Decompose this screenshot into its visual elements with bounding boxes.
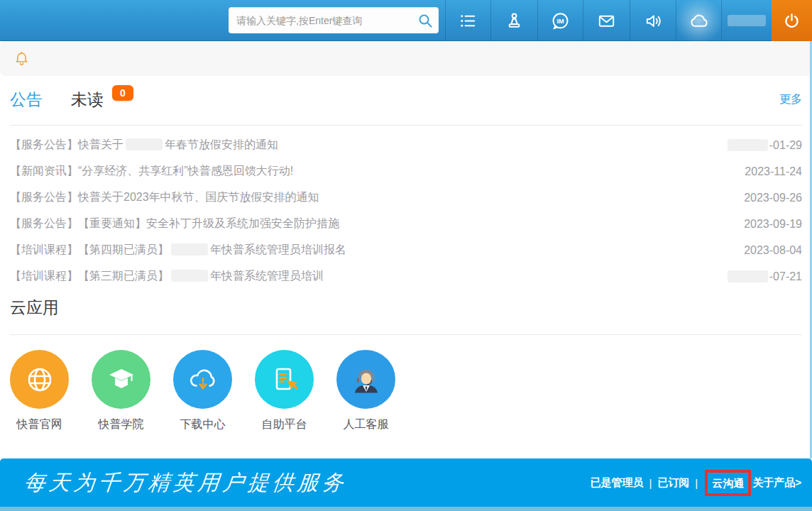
graduation-cap-icon[interactable]: [92, 350, 150, 409]
more-link[interactable]: 更多: [779, 92, 802, 107]
announcement-date: 2023-11-24: [745, 165, 802, 178]
menu-list-button[interactable]: [445, 0, 490, 41]
mail-icon: [596, 10, 618, 32]
logout-button[interactable]: [772, 0, 812, 41]
announcement-list: 【服务公告】快普关于年春节放假安排的通知-01-29【新闻资讯】“分享经济、共享…: [10, 132, 802, 290]
announcement-item[interactable]: 【服务公告】快普关于2023年中秋节、国庆节放假安排的通知2023-09-26: [10, 185, 802, 211]
announcement-date: -01-29: [728, 139, 802, 152]
divider: [10, 334, 802, 335]
cloud-apps-title: 云应用: [10, 297, 59, 319]
announcement-header: 公告 未读 0 更多: [0, 76, 812, 119]
footer-bottom-strip: [0, 507, 812, 511]
announcement-item[interactable]: 【服务公告】【重要通知】安全补丁升级及系统加强安全防护措施2023-09-19: [10, 211, 802, 237]
cloud-download-icon[interactable]: [173, 350, 232, 409]
redacted-text-patch: [126, 138, 163, 150]
power-icon: [781, 10, 803, 32]
search-icon[interactable]: [417, 12, 434, 29]
cloud-communication-link-highlighted[interactable]: 云沟通: [705, 470, 751, 496]
cloud-app-人工客服[interactable]: 人工客服: [336, 350, 395, 432]
cloud-app-下载中心[interactable]: 下载中心: [173, 350, 232, 432]
announcement-title[interactable]: 【服务公告】快普关于年春节放假安排的通知: [10, 138, 278, 153]
announcement-title[interactable]: 【培训课程】【第四期已满员】年快普系统管理员培训报名: [10, 243, 346, 258]
divider: [10, 125, 802, 126]
announcement-date: 2023-09-26: [744, 192, 802, 204]
announcement-date: -07-21: [728, 270, 802, 283]
announcement-title[interactable]: 【服务公告】【重要通知】安全补丁升级及系统加强安全防护措施: [10, 216, 339, 231]
self-service-icon[interactable]: [255, 350, 314, 409]
announcement-date: 2023-08-04: [744, 244, 802, 257]
announcement-title[interactable]: 【服务公告】快普关于2023年中秋节、国庆节放假安排的通知: [10, 190, 319, 205]
redacted-text-patch: [171, 243, 208, 256]
tab-unread[interactable]: 未读: [71, 89, 104, 111]
footer: 每天为千万精英用户提供服务 已是管理员 | 已订阅 | 云沟通 关于产品>: [0, 458, 812, 507]
footer-slogan: 每天为千万精英用户提供服务: [23, 468, 349, 498]
announcement-speaker-button[interactable]: [630, 0, 676, 41]
cloud-app-label: 自助平台: [255, 417, 314, 432]
announcement-item[interactable]: 【新闻资讯】“分享经济、共享红利”快普感恩回馈大行动!2023-11-24: [10, 158, 802, 185]
admin-status-link[interactable]: 已是管理员: [590, 476, 643, 490]
redacted-text-patch: [171, 270, 208, 282]
announcement-item[interactable]: 【培训课程】【第三期已满员】年快普系统管理员培训-07-21: [10, 263, 802, 290]
username-redacted[interactable]: [721, 0, 772, 41]
contacts-stamp-icon: [503, 10, 525, 32]
subscribed-status-link[interactable]: 已订阅: [657, 476, 689, 490]
cloud-app-label: 下载中心: [173, 417, 232, 432]
footer-links: 已是管理员 | 已订阅 | 云沟通 关于产品>: [590, 470, 801, 496]
cloud-app-快普学院[interactable]: 快普学院: [92, 350, 150, 432]
redacted-date-patch: [728, 139, 768, 151]
announcement-title[interactable]: 【新闻资讯】“分享经济、共享红利”快普感恩回馈大行动!: [10, 164, 293, 179]
separator: |: [689, 477, 703, 489]
im-button[interactable]: IM: [537, 0, 583, 41]
cloud-app-label: 快普学院: [92, 417, 150, 432]
unread-count-badge: 0: [112, 85, 133, 101]
customer-service-icon[interactable]: [336, 350, 395, 409]
search-box[interactable]: [229, 7, 439, 33]
cloud-icon: [688, 10, 710, 32]
announcement-item[interactable]: 【培训课程】【第四期已满员】年快普系统管理员培训报名2023-08-04: [10, 237, 802, 263]
announcement-date: 2023-09-19: [744, 218, 802, 231]
username-blur-patch: [728, 15, 766, 26]
announcement-item[interactable]: 【服务公告】快普关于年春节放假安排的通知-01-29: [10, 132, 802, 158]
cloud-app-自助平台[interactable]: 自助平台: [255, 350, 314, 432]
cloud-app-label: 人工客服: [336, 417, 395, 432]
announcement-title[interactable]: 【培训课程】【第三期已满员】年快普系统管理员培训: [10, 269, 324, 284]
notification-strip: [0, 41, 812, 76]
contacts-button[interactable]: [490, 0, 537, 41]
im-label: IM: [556, 17, 564, 24]
cloud-app-快普官网[interactable]: 快普官网: [10, 350, 69, 432]
mail-button[interactable]: [583, 0, 630, 41]
cloud-apps-row: 快普官网快普学院下载中心自助平台人工客服: [10, 350, 395, 432]
separator: |: [643, 477, 657, 489]
search-input[interactable]: [229, 15, 417, 26]
cloud-app-label: 快普官网: [10, 417, 69, 432]
redacted-date-patch: [728, 270, 768, 282]
announce-speaker-icon: [642, 10, 664, 32]
cloud-button[interactable]: [676, 0, 721, 41]
about-product-link[interactable]: 关于产品>: [752, 476, 801, 490]
bell-icon[interactable]: [12, 49, 31, 68]
menu-list-icon: [457, 10, 479, 32]
topbar: IM: [0, 0, 812, 41]
globe-icon[interactable]: [10, 350, 69, 409]
im-icon: IM: [549, 10, 571, 32]
tab-announcements[interactable]: 公告: [10, 89, 43, 111]
topbar-icon-bar: IM: [445, 0, 812, 41]
